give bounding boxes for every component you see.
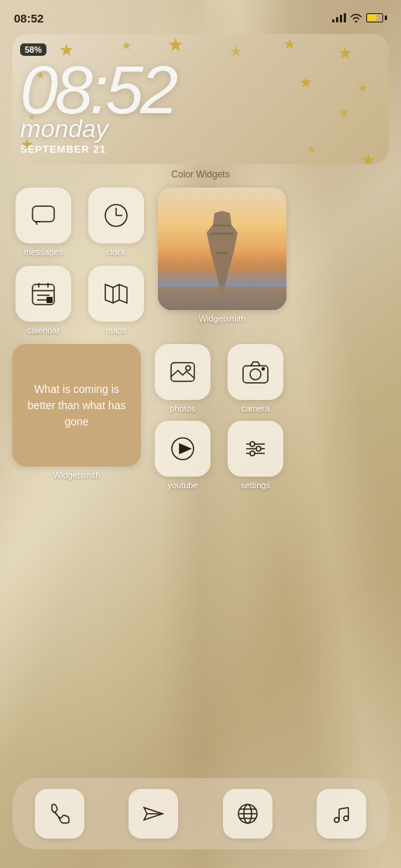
eiffel-tower-icon	[199, 209, 245, 294]
wifi-icon	[350, 13, 362, 22]
app-youtube[interactable]: youtube	[152, 421, 214, 490]
svg-rect-16	[213, 225, 231, 226]
widgetsmith-paris-label: Widgetsmith	[199, 314, 246, 323]
settings-label: settings	[241, 480, 270, 490]
widget-date-display: SEPTEMBER 21	[20, 143, 381, 155]
camera-label: camera	[242, 404, 270, 413]
maps-icon[interactable]	[88, 266, 144, 322]
app-calendar[interactable]: calendar	[12, 266, 74, 335]
battery-icon: ⚡	[366, 13, 387, 22]
youtube-label: youtube	[167, 480, 197, 490]
widget-day-display: monday	[20, 115, 381, 143]
dock-phone[interactable]	[35, 789, 84, 839]
app-settings[interactable]: settings	[224, 421, 286, 490]
signal-icon	[332, 13, 346, 22]
widget-time-block: 58% 08:52 monday SEPTEMBER 21	[20, 42, 381, 155]
dock-music[interactable]	[317, 789, 366, 839]
paris-photo	[158, 188, 286, 310]
svg-point-28	[256, 446, 261, 451]
dock	[12, 778, 389, 849]
dock-safari[interactable]	[223, 789, 272, 839]
clock-icon[interactable]	[88, 188, 144, 243]
camera-icon[interactable]	[228, 344, 283, 400]
svg-point-18	[186, 366, 190, 370]
app-grid: messages calendar	[0, 188, 401, 490]
mail-send-icon[interactable]	[129, 789, 178, 839]
svg-marker-11	[105, 284, 127, 303]
phone-icon[interactable]	[35, 789, 84, 839]
clock-widget[interactable]: ★ ★ ★ ★ ★ ★ ★ ★ ★ ★ ★ ★ ★ ★ 58% 08:52 mo…	[12, 34, 389, 164]
app-row-bottom: What is coming is better than what has g…	[12, 344, 389, 490]
app-row-top: messages calendar	[12, 188, 389, 335]
status-bar: 08:52 ⚡	[0, 0, 401, 28]
calendar-label: calendar	[27, 326, 60, 335]
clock-label: clock	[106, 247, 125, 257]
messages-icon[interactable]	[15, 188, 71, 243]
calendar-icon[interactable]	[15, 266, 71, 322]
youtube-icon[interactable]	[155, 421, 211, 477]
dock-mail[interactable]	[129, 789, 178, 839]
svg-marker-23	[180, 444, 190, 453]
app-camera[interactable]: camera	[224, 344, 286, 413]
app-messages[interactable]: messages	[12, 188, 74, 257]
quote-text: What is coming is better than what has g…	[23, 381, 130, 430]
svg-point-20	[250, 369, 261, 380]
app-clock[interactable]: clock	[85, 188, 147, 257]
svg-point-38	[344, 816, 348, 821]
photos-icon[interactable]	[155, 344, 211, 400]
svg-point-21	[262, 368, 265, 370]
widgetsmith-quote-label: Widgetsmith	[53, 470, 101, 480]
svg-point-37	[334, 818, 339, 822]
music-icon[interactable]	[317, 789, 366, 839]
svg-rect-15	[211, 232, 234, 235]
status-icons: ⚡	[332, 13, 387, 22]
widgetsmith-quote-widget[interactable]: What is coming is better than what has g…	[12, 344, 141, 467]
small-apps-top-row: photos camera	[152, 344, 286, 413]
maps-label: maps	[106, 326, 127, 335]
photos-label: photos	[170, 404, 195, 413]
small-apps-bottom-row: youtube	[152, 421, 286, 490]
widgetsmith-paris-widget[interactable]	[158, 188, 286, 310]
svg-rect-7	[46, 297, 53, 303]
svg-point-27	[250, 442, 255, 446]
svg-rect-0	[33, 206, 54, 222]
globe-icon[interactable]	[223, 789, 272, 839]
svg-rect-17	[171, 363, 194, 381]
small-apps-grid: photos camera	[152, 344, 286, 490]
svg-line-41	[339, 808, 348, 809]
app-maps[interactable]: maps	[85, 266, 147, 335]
svg-point-29	[250, 451, 255, 456]
svg-rect-14	[216, 252, 228, 254]
settings-icon[interactable]	[228, 421, 283, 477]
status-time: 08:52	[14, 12, 43, 25]
color-widgets-label: Color Widgets	[0, 169, 401, 180]
app-photos[interactable]: photos	[152, 344, 214, 413]
messages-label: messages	[24, 247, 63, 257]
widget-clock-display: 08:52	[20, 56, 381, 124]
